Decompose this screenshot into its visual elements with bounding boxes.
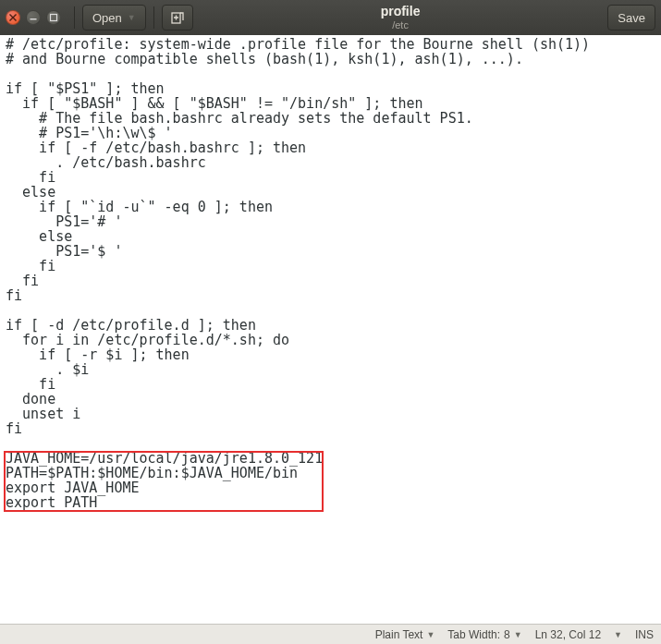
new-tab-button[interactable] xyxy=(162,5,193,30)
tabwidth-label: Tab Width: xyxy=(447,628,500,641)
chevron-down-icon: ▼ xyxy=(128,13,136,22)
maximize-icon[interactable] xyxy=(46,10,61,25)
minimize-icon[interactable] xyxy=(26,10,41,25)
tabwidth-value: 8 xyxy=(504,628,510,641)
tabwidth-selector[interactable]: Tab Width: 8 ▼ xyxy=(447,628,521,641)
title-area: profile /etc xyxy=(197,5,605,30)
new-tab-icon xyxy=(170,10,185,25)
window-controls xyxy=(6,10,61,25)
close-icon[interactable] xyxy=(6,10,20,25)
editor-content[interactable]: # /etc/profile: system-wide .profile fil… xyxy=(0,35,661,512)
svg-rect-0 xyxy=(51,15,57,21)
insert-mode[interactable]: INS xyxy=(635,628,654,641)
open-button[interactable]: Open ▼ xyxy=(82,5,146,30)
save-button-label: Save xyxy=(618,11,645,25)
separator xyxy=(74,6,75,29)
editor-area[interactable]: # /etc/profile: system-wide .profile fil… xyxy=(0,35,661,624)
syntax-selector[interactable]: Plain Text ▼ xyxy=(375,628,435,641)
chevron-down-icon: ▼ xyxy=(514,630,522,639)
chevron-down-icon[interactable]: ▼ xyxy=(614,630,622,639)
window-title: profile xyxy=(197,5,605,18)
statusbar: Plain Text ▼ Tab Width: 8 ▼ Ln 32, Col 1… xyxy=(0,624,661,644)
chevron-down-icon: ▼ xyxy=(426,630,435,639)
cursor-position[interactable]: Ln 32, Col 12 xyxy=(535,628,601,641)
syntax-label: Plain Text xyxy=(375,628,423,641)
insert-mode-label: INS xyxy=(635,628,654,641)
cursor-position-label: Ln 32, Col 12 xyxy=(535,628,601,641)
open-button-label: Open xyxy=(92,11,122,25)
save-button[interactable]: Save xyxy=(607,5,655,30)
window-subtitle: /etc xyxy=(197,19,605,30)
titlebar: Open ▼ profile /etc Save xyxy=(0,0,661,35)
separator xyxy=(153,6,154,29)
